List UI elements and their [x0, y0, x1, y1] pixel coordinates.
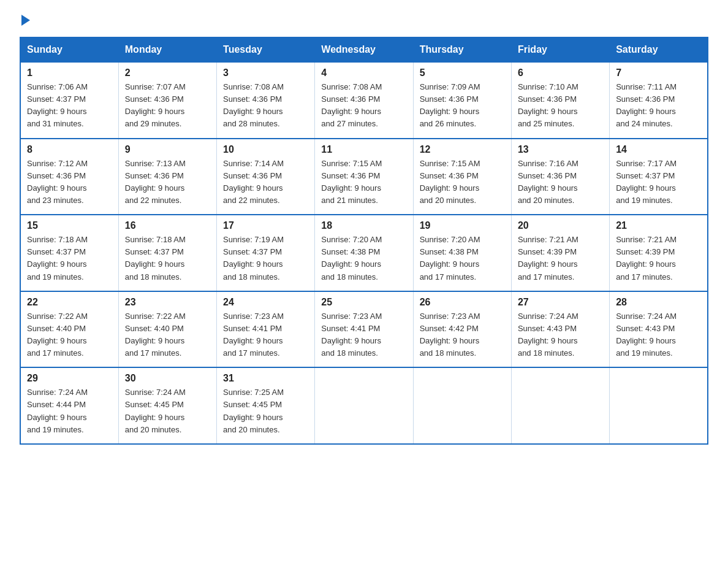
day-info: Sunrise: 7:10 AMSunset: 4:36 PMDaylight:… — [518, 81, 603, 131]
col-header-sunday: Sunday — [20, 37, 118, 62]
col-header-saturday: Saturday — [610, 37, 708, 62]
col-header-friday: Friday — [511, 37, 609, 62]
calendar-cell: 19Sunrise: 7:20 AMSunset: 4:38 PMDayligh… — [413, 215, 511, 291]
calendar-cell: 28Sunrise: 7:24 AMSunset: 4:43 PMDayligh… — [610, 291, 708, 368]
calendar-cell: 2Sunrise: 7:07 AMSunset: 4:36 PMDaylight… — [118, 62, 216, 139]
day-number: 18 — [321, 220, 406, 231]
day-number: 26 — [420, 297, 505, 308]
calendar-cell: 30Sunrise: 7:24 AMSunset: 4:45 PMDayligh… — [118, 367, 216, 444]
calendar-cell: 20Sunrise: 7:21 AMSunset: 4:39 PMDayligh… — [511, 215, 609, 291]
calendar-cell: 3Sunrise: 7:08 AMSunset: 4:36 PMDaylight… — [217, 62, 315, 139]
calendar-cell: 14Sunrise: 7:17 AMSunset: 4:37 PMDayligh… — [610, 139, 708, 215]
day-number: 1 — [27, 67, 112, 79]
calendar-cell: 11Sunrise: 7:15 AMSunset: 4:36 PMDayligh… — [315, 139, 413, 215]
calendar-cell: 1Sunrise: 7:06 AMSunset: 4:37 PMDaylight… — [20, 62, 118, 139]
day-info: Sunrise: 7:14 AMSunset: 4:36 PMDaylight:… — [223, 158, 308, 207]
day-info: Sunrise: 7:08 AMSunset: 4:36 PMDaylight:… — [321, 81, 406, 131]
day-info: Sunrise: 7:24 AMSunset: 4:45 PMDaylight:… — [125, 386, 210, 436]
calendar-cell: 9Sunrise: 7:13 AMSunset: 4:36 PMDaylight… — [118, 139, 216, 215]
calendar-cell: 26Sunrise: 7:23 AMSunset: 4:42 PMDayligh… — [413, 291, 511, 368]
day-info: Sunrise: 7:24 AMSunset: 4:43 PMDaylight:… — [518, 310, 603, 360]
day-info: Sunrise: 7:07 AMSunset: 4:36 PMDaylight:… — [125, 81, 210, 131]
day-number: 31 — [223, 373, 308, 384]
day-number: 12 — [420, 144, 505, 155]
day-number: 13 — [518, 144, 603, 155]
day-info: Sunrise: 7:17 AMSunset: 4:37 PMDaylight:… — [616, 158, 701, 207]
day-info: Sunrise: 7:15 AMSunset: 4:36 PMDaylight:… — [321, 158, 406, 207]
day-number: 20 — [518, 220, 603, 231]
day-info: Sunrise: 7:06 AMSunset: 4:37 PMDaylight:… — [27, 81, 112, 131]
day-info: Sunrise: 7:16 AMSunset: 4:36 PMDaylight:… — [518, 158, 603, 207]
day-info: Sunrise: 7:24 AMSunset: 4:43 PMDaylight:… — [616, 310, 701, 360]
day-info: Sunrise: 7:20 AMSunset: 4:38 PMDaylight:… — [321, 234, 406, 283]
day-info: Sunrise: 7:21 AMSunset: 4:39 PMDaylight:… — [616, 234, 701, 283]
day-info: Sunrise: 7:15 AMSunset: 4:36 PMDaylight:… — [420, 158, 505, 207]
calendar-cell: 22Sunrise: 7:22 AMSunset: 4:40 PMDayligh… — [20, 291, 118, 368]
day-number: 7 — [616, 67, 701, 79]
day-info: Sunrise: 7:24 AMSunset: 4:44 PMDaylight:… — [27, 386, 112, 436]
calendar-cell: 31Sunrise: 7:25 AMSunset: 4:45 PMDayligh… — [217, 367, 315, 444]
day-number: 16 — [125, 220, 210, 231]
calendar-cell: 6Sunrise: 7:10 AMSunset: 4:36 PMDaylight… — [511, 62, 609, 139]
day-info: Sunrise: 7:20 AMSunset: 4:38 PMDaylight:… — [420, 234, 505, 283]
calendar-cell: 24Sunrise: 7:23 AMSunset: 4:41 PMDayligh… — [217, 291, 315, 368]
day-info: Sunrise: 7:18 AMSunset: 4:37 PMDaylight:… — [27, 234, 112, 283]
day-number: 5 — [420, 67, 505, 79]
day-number: 11 — [321, 144, 406, 155]
day-number: 8 — [27, 144, 112, 155]
calendar-cell: 21Sunrise: 7:21 AMSunset: 4:39 PMDayligh… — [610, 215, 708, 291]
day-info: Sunrise: 7:22 AMSunset: 4:40 PMDaylight:… — [125, 310, 210, 360]
day-number: 14 — [616, 144, 701, 155]
logo-arrow-icon — [21, 15, 30, 26]
calendar-cell — [315, 367, 413, 444]
day-number: 4 — [321, 67, 406, 79]
col-header-tuesday: Tuesday — [217, 37, 315, 62]
calendar-cell: 17Sunrise: 7:19 AMSunset: 4:37 PMDayligh… — [217, 215, 315, 291]
day-number: 3 — [223, 67, 308, 79]
calendar-table: SundayMondayTuesdayWednesdayThursdayFrid… — [20, 37, 708, 445]
col-header-thursday: Thursday — [413, 37, 511, 62]
day-info: Sunrise: 7:25 AMSunset: 4:45 PMDaylight:… — [223, 386, 308, 436]
calendar-cell: 18Sunrise: 7:20 AMSunset: 4:38 PMDayligh… — [315, 215, 413, 291]
day-info: Sunrise: 7:19 AMSunset: 4:37 PMDaylight:… — [223, 234, 308, 283]
day-number: 23 — [125, 297, 210, 308]
calendar-cell: 12Sunrise: 7:15 AMSunset: 4:36 PMDayligh… — [413, 139, 511, 215]
day-number: 10 — [223, 144, 308, 155]
calendar-cell: 8Sunrise: 7:12 AMSunset: 4:36 PMDaylight… — [20, 139, 118, 215]
day-number: 28 — [616, 297, 701, 308]
calendar-cell: 27Sunrise: 7:24 AMSunset: 4:43 PMDayligh… — [511, 291, 609, 368]
day-number: 25 — [321, 297, 406, 308]
calendar-cell: 13Sunrise: 7:16 AMSunset: 4:36 PMDayligh… — [511, 139, 609, 215]
page-header — [20, 15, 708, 26]
day-number: 27 — [518, 297, 603, 308]
day-number: 6 — [518, 67, 603, 79]
day-number: 30 — [125, 373, 210, 384]
day-info: Sunrise: 7:18 AMSunset: 4:37 PMDaylight:… — [125, 234, 210, 283]
calendar-cell — [413, 367, 511, 444]
day-number: 9 — [125, 144, 210, 155]
day-number: 29 — [27, 373, 112, 384]
logo — [20, 15, 30, 26]
day-info: Sunrise: 7:12 AMSunset: 4:36 PMDaylight:… — [27, 158, 112, 207]
day-info: Sunrise: 7:09 AMSunset: 4:36 PMDaylight:… — [420, 81, 505, 131]
day-info: Sunrise: 7:23 AMSunset: 4:41 PMDaylight:… — [321, 310, 406, 360]
calendar-cell — [511, 367, 609, 444]
col-header-wednesday: Wednesday — [315, 37, 413, 62]
day-number: 24 — [223, 297, 308, 308]
day-number: 21 — [616, 220, 701, 231]
calendar-cell: 10Sunrise: 7:14 AMSunset: 4:36 PMDayligh… — [217, 139, 315, 215]
day-info: Sunrise: 7:23 AMSunset: 4:41 PMDaylight:… — [223, 310, 308, 360]
day-number: 15 — [27, 220, 112, 231]
day-info: Sunrise: 7:21 AMSunset: 4:39 PMDaylight:… — [518, 234, 603, 283]
day-number: 22 — [27, 297, 112, 308]
calendar-cell: 16Sunrise: 7:18 AMSunset: 4:37 PMDayligh… — [118, 215, 216, 291]
day-info: Sunrise: 7:11 AMSunset: 4:36 PMDaylight:… — [616, 81, 701, 131]
calendar-cell: 15Sunrise: 7:18 AMSunset: 4:37 PMDayligh… — [20, 215, 118, 291]
day-info: Sunrise: 7:22 AMSunset: 4:40 PMDaylight:… — [27, 310, 112, 360]
day-number: 2 — [125, 67, 210, 79]
day-info: Sunrise: 7:13 AMSunset: 4:36 PMDaylight:… — [125, 158, 210, 207]
calendar-cell: 23Sunrise: 7:22 AMSunset: 4:40 PMDayligh… — [118, 291, 216, 368]
calendar-cell: 7Sunrise: 7:11 AMSunset: 4:36 PMDaylight… — [610, 62, 708, 139]
day-number: 17 — [223, 220, 308, 231]
calendar-cell: 29Sunrise: 7:24 AMSunset: 4:44 PMDayligh… — [20, 367, 118, 444]
